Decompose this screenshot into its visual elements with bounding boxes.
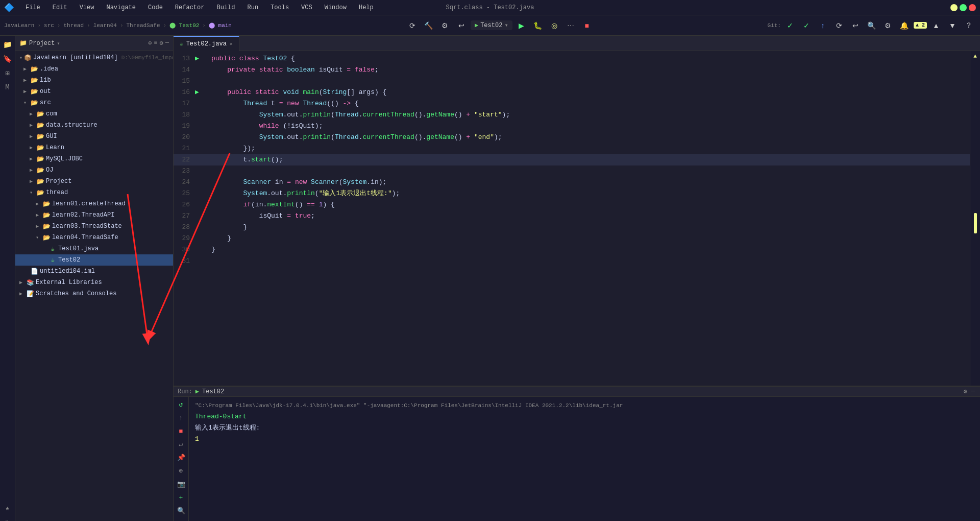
git-undo-btn[interactable]: ↩ bbox=[848, 18, 863, 33]
run-copy-icon[interactable]: ⊕ bbox=[176, 465, 187, 477]
menu-help[interactable]: Help bbox=[356, 3, 377, 12]
tree-item-datastructure[interactable]: ▶ 📂 data.structure bbox=[15, 120, 173, 131]
toolbar-back-btn[interactable]: ↩ bbox=[454, 18, 469, 33]
run-wrap-icon[interactable]: ↵ bbox=[176, 439, 187, 450]
tab-close-btn[interactable]: ✕ bbox=[230, 41, 233, 47]
notifications-btn[interactable]: 🔔 bbox=[897, 18, 912, 33]
tree-item-test01[interactable]: ▶ ☕ Test01.java bbox=[15, 243, 173, 254]
run-settings-icon[interactable]: ⚙ bbox=[963, 387, 968, 396]
git-push-btn[interactable]: ✓ bbox=[799, 18, 814, 33]
run-restart-icon[interactable]: ↺ bbox=[176, 399, 187, 410]
run-clear-icon[interactable]: 🗑 bbox=[176, 518, 187, 521]
code-line-23: 23 bbox=[174, 165, 970, 177]
tree-item-out[interactable]: ▶ 📂 out bbox=[15, 86, 173, 97]
sidebar-favorites-icon[interactable]: ★ bbox=[1, 501, 14, 514]
git-commit-btn[interactable]: ✓ bbox=[783, 18, 797, 33]
warning-next-btn[interactable]: ▼ bbox=[945, 18, 960, 33]
scratches-icon: 📝 bbox=[26, 290, 34, 298]
project-settings-icon[interactable]: ⚙ bbox=[160, 39, 163, 47]
run-collapse-icon[interactable]: ─ bbox=[970, 387, 976, 396]
run-marker-13[interactable]: ▶ bbox=[195, 53, 203, 64]
menu-window[interactable]: Window bbox=[322, 3, 350, 12]
folder-icon-src: 📂 bbox=[30, 99, 38, 107]
minimize-button[interactable]: ─ bbox=[950, 4, 958, 11]
coverage-button[interactable]: ◎ bbox=[547, 18, 561, 33]
debug-button[interactable]: 🐛 bbox=[531, 18, 545, 33]
tree-item-iml[interactable]: ▶ 📄 untitled104.iml bbox=[15, 266, 173, 277]
tree-item-idea[interactable]: ▶ 📂 .idea bbox=[15, 63, 173, 75]
tree-item-lib[interactable]: ▶ 📂 lib bbox=[15, 75, 173, 86]
tree-item-learn02[interactable]: ▶ 📂 learn02.ThreadAPI bbox=[15, 209, 173, 221]
code-text-20: System.out.println(Thread.currentThread(… bbox=[211, 132, 970, 143]
tree-item-com[interactable]: ▶ 📂 com bbox=[15, 108, 173, 120]
run-pin-icon[interactable]: 📌 bbox=[176, 452, 187, 463]
warning-prev-btn[interactable]: ▲ bbox=[929, 18, 943, 33]
tree-item-learn03[interactable]: ▶ 📂 learn03.ThreadState bbox=[15, 221, 173, 232]
line-num-21: 21 bbox=[174, 143, 195, 154]
expand-arrow-ds: ▶ bbox=[30, 122, 35, 128]
menu-build[interactable]: Build bbox=[213, 3, 238, 12]
menu-run[interactable]: Run bbox=[244, 3, 261, 12]
run-up-icon[interactable]: ↑ bbox=[176, 412, 187, 423]
run-stop-icon[interactable]: ■ bbox=[176, 425, 187, 437]
tree-item-learn04[interactable]: ▾ 📂 learn04.ThreadSafe bbox=[15, 232, 173, 243]
menu-navigate[interactable]: Navigate bbox=[103, 3, 139, 12]
run-camera-icon[interactable]: 📷 bbox=[176, 479, 187, 490]
tree-item-oj[interactable]: ▶ 📂 OJ bbox=[15, 164, 173, 176]
tree-item-test02[interactable]: ▶ ☕ Test02 bbox=[15, 254, 173, 266]
toolbar-learn04: learn04 bbox=[93, 22, 117, 29]
tree-item-learn[interactable]: ▶ 📂 Learn bbox=[15, 142, 173, 153]
tab-test02[interactable]: ☕ Test02.java ✕ bbox=[174, 36, 239, 51]
toolbar-build-btn[interactable]: 🔨 bbox=[422, 18, 436, 33]
help-btn[interactable]: ？ bbox=[962, 18, 976, 33]
code-line-16: 16 ▶ public static void main(String[] ar… bbox=[174, 87, 970, 98]
git-update-btn[interactable]: ↑ bbox=[816, 18, 830, 33]
run-button[interactable]: ▶ bbox=[514, 18, 529, 33]
menu-vcs[interactable]: VCS bbox=[298, 3, 315, 12]
menu-tools[interactable]: Tools bbox=[267, 3, 292, 12]
more-run-btn[interactable]: ⋯ bbox=[564, 18, 578, 33]
run-tab-label[interactable]: Test02 bbox=[202, 388, 224, 395]
tree-item-gui[interactable]: ▶ 📂 GUI bbox=[15, 131, 173, 142]
tree-item-javalearn[interactable]: ▾ 📦 JavaLearn [untitled104] D:\00myfile_… bbox=[15, 52, 173, 63]
search-btn[interactable]: 🔍 bbox=[865, 18, 879, 33]
code-text-23 bbox=[211, 165, 970, 177]
tree-item-mysqljdbc[interactable]: ▶ 📂 MySQL.JDBC bbox=[15, 153, 173, 164]
tree-item-learn01[interactable]: ▶ 📂 learn01.createThread bbox=[15, 198, 173, 209]
toolbar-build2-btn[interactable]: ⚙ bbox=[438, 18, 452, 33]
menu-code[interactable]: Code bbox=[145, 3, 166, 12]
run-add-icon[interactable]: + bbox=[176, 492, 187, 503]
run-filter-icon[interactable]: 🔍 bbox=[176, 505, 187, 516]
menu-edit[interactable]: Edit bbox=[50, 3, 70, 12]
settings-btn[interactable]: ⚙ bbox=[881, 18, 895, 33]
maximize-button[interactable]: □ bbox=[960, 4, 967, 11]
menu-file[interactable]: File bbox=[22, 3, 43, 12]
menu-view[interactable]: View bbox=[77, 3, 97, 12]
menu-refactor[interactable]: Refactor bbox=[172, 3, 208, 12]
git-more-btn[interactable]: ⟳ bbox=[832, 18, 846, 33]
code-lines-container[interactable]: 13 ▶ public class Test02 { 14 private st… bbox=[174, 51, 970, 386]
sidebar-project-icon[interactable]: 📁 bbox=[1, 38, 14, 51]
run-marker-21 bbox=[195, 143, 203, 154]
tree-item-extlib[interactable]: ▶ 📚 External Libraries bbox=[15, 277, 173, 288]
tree-item-project[interactable]: ▶ 📂 Project bbox=[15, 176, 173, 187]
project-collapse-icon[interactable]: ≡ bbox=[154, 39, 157, 47]
tree-item-src[interactable]: ▾ 📂 src bbox=[15, 97, 173, 108]
tree-item-scratches[interactable]: ▶ 📝 Scratches and Consoles bbox=[15, 288, 173, 299]
tree-label-lib: lib bbox=[40, 77, 51, 84]
stop-button[interactable]: ■ bbox=[580, 18, 594, 33]
sidebar-expand-icon[interactable]: » bbox=[1, 515, 14, 521]
close-button[interactable]: ✕ bbox=[969, 4, 976, 11]
project-close-icon[interactable]: ─ bbox=[165, 39, 169, 47]
line-num-23: 23 bbox=[174, 165, 195, 177]
project-locate-icon[interactable]: ⊕ bbox=[148, 39, 152, 47]
project-dropdown-arrow[interactable]: ▾ bbox=[57, 40, 60, 46]
run-marker-16[interactable]: ▶ bbox=[195, 87, 203, 98]
run-config-selector[interactable]: ▶ Test02 ▾ bbox=[471, 20, 512, 30]
sidebar-bookmark-icon[interactable]: 🔖 bbox=[1, 52, 14, 65]
sidebar-structure-icon[interactable]: ⊞ bbox=[1, 66, 14, 80]
sidebar-maven-icon[interactable]: M bbox=[1, 81, 14, 94]
tree-item-thread[interactable]: ▾ 📂 thread bbox=[15, 187, 173, 198]
tree-label-iml: untitled104.iml bbox=[40, 268, 95, 275]
toolbar-refresh-btn[interactable]: ⟳ bbox=[405, 18, 420, 33]
